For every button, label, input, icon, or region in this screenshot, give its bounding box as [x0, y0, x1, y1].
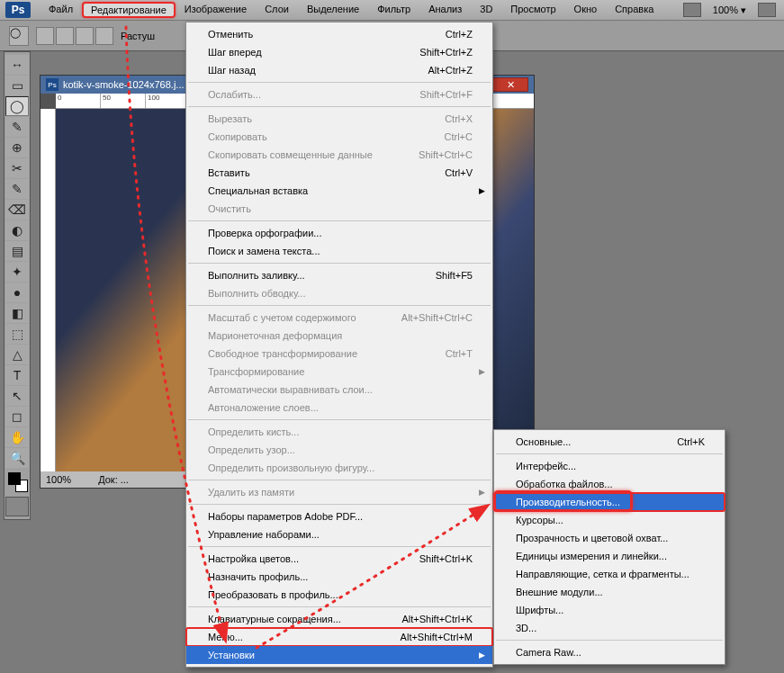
menu-item[interactable]: Поиск и замена текста...: [186, 242, 492, 260]
menu-item[interactable]: 3D...: [494, 619, 725, 637]
menu-item[interactable]: Установки▶: [186, 646, 492, 664]
menu-item[interactable]: Camera Raw...: [494, 643, 725, 661]
menu-item[interactable]: Производительность...: [494, 493, 725, 511]
menu-item[interactable]: Выполнить заливку...Shift+F5: [186, 266, 492, 284]
quick-mask-toggle[interactable]: [5, 496, 30, 517]
tool-10[interactable]: ✦: [5, 262, 29, 282]
menu-item-label: Скопировать совмещенные данные: [208, 149, 373, 160]
menu-item[interactable]: Курсоры...: [494, 511, 725, 529]
menu-item-shortcut: Ctrl+C: [445, 131, 473, 142]
menu-item[interactable]: Интерфейс...: [494, 457, 725, 475]
menu-item-label: Внешние модули...: [516, 587, 603, 597]
tool-18[interactable]: ✋: [5, 427, 29, 447]
menu-файл[interactable]: Файл: [40, 2, 82, 18]
menu-item-shortcut: Shift+Ctrl+K: [419, 553, 473, 564]
tool-13[interactable]: ⬚: [5, 324, 29, 344]
menu-item[interactable]: Шаг впередShift+Ctrl+Z: [186, 43, 492, 61]
menu-item-label: Единицы измерения и линейки...: [516, 551, 667, 561]
menu-item[interactable]: Настройка цветов...Shift+Ctrl+K: [186, 550, 492, 568]
status-zoom[interactable]: 100%: [46, 474, 71, 485]
menu-item-label: Вырезать: [208, 113, 252, 124]
menu-item[interactable]: Наборы параметров Adobe PDF...: [186, 507, 492, 525]
menu-item-label: Установки: [208, 650, 255, 660]
menu-item[interactable]: Управление наборами...: [186, 525, 492, 543]
menu-item[interactable]: Внешние модули...: [494, 583, 725, 601]
tool-5[interactable]: ✂: [5, 158, 29, 178]
menu-item[interactable]: ВставитьCtrl+V: [186, 164, 492, 182]
tool-1[interactable]: ▭: [5, 76, 29, 95]
menu-item: Определить произвольную фигуру...: [186, 459, 492, 477]
workspace-icon[interactable]: [683, 3, 701, 17]
menu-item[interactable]: Единицы измерения и линейки...: [494, 547, 725, 565]
feather-label: Растуш: [121, 31, 155, 41]
menu-item-label: Интерфейс...: [516, 461, 576, 471]
menu-item[interactable]: Шрифты...: [494, 601, 725, 619]
menu-3d[interactable]: 3D: [471, 2, 501, 18]
menu-item: Марионеточная деформация: [186, 327, 492, 345]
menu-редактирование[interactable]: Редактирование: [82, 2, 176, 18]
menu-item[interactable]: Клавиатурные сокращения...Alt+Shift+Ctrl…: [186, 610, 492, 628]
menu-item-label: Camera Raw...: [516, 647, 581, 658]
menu-item: Очистить: [186, 200, 492, 218]
menu-просмотр[interactable]: Просмотр: [501, 2, 564, 18]
tool-15[interactable]: T: [5, 365, 29, 385]
tool-preset-icon[interactable]: ◯: [9, 26, 29, 46]
status-doc-info[interactable]: Док: ...: [98, 474, 129, 485]
document-icon: Ps: [46, 78, 59, 91]
tool-0[interactable]: ↔: [5, 55, 29, 75]
menu-item[interactable]: Прозрачность и цветовой охват...: [494, 529, 725, 547]
tool-2[interactable]: ◯: [5, 96, 29, 116]
menu-слои[interactable]: Слои: [256, 2, 298, 18]
tool-6[interactable]: ✎: [5, 179, 29, 199]
menu-item-label: Основные...: [516, 436, 571, 447]
menu-изображение[interactable]: Изображение: [176, 2, 256, 18]
menu-item[interactable]: ОтменитьCtrl+Z: [186, 25, 492, 43]
menu-item-label: Поиск и замена текста...: [208, 246, 320, 256]
selection-mode-add-icon[interactable]: [56, 27, 74, 45]
menu-item-shortcut: Ctrl+K: [677, 436, 705, 447]
menu-выделение[interactable]: Выделение: [298, 2, 368, 18]
menu-item-label: Прозрачность и цветовой охват...: [516, 533, 668, 543]
color-swatches[interactable]: [5, 469, 30, 496]
tool-12[interactable]: ◧: [5, 303, 29, 323]
selection-mode-new-icon[interactable]: [36, 27, 54, 45]
tool-19[interactable]: 🔍: [5, 448, 29, 468]
menu-item-label: Шаг назад: [208, 65, 256, 76]
menu-анализ[interactable]: Анализ: [419, 2, 471, 18]
menu-item[interactable]: Основные...Ctrl+K: [494, 433, 725, 451]
menu-item: Свободное трансформированиеCtrl+T: [186, 345, 492, 363]
menu-item[interactable]: Назначить профиль...: [186, 568, 492, 586]
tool-9[interactable]: ▤: [5, 241, 29, 261]
menu-item[interactable]: Обработка файлов...: [494, 475, 725, 493]
tool-17[interactable]: ◻: [5, 407, 29, 426]
menu-item[interactable]: Шаг назадAlt+Ctrl+Z: [186, 61, 492, 79]
close-button[interactable]: ✕: [492, 77, 528, 92]
menu-item: Трансформирование▶: [186, 363, 492, 381]
menu-item[interactable]: Меню...Alt+Shift+Ctrl+M: [186, 628, 492, 646]
menu-item-label: Ослабить...: [208, 89, 261, 100]
menu-item[interactable]: Преобразовать в профиль...: [186, 586, 492, 604]
tool-16[interactable]: ↖: [5, 386, 29, 406]
menu-item-shortcut: Shift+Ctrl+Z: [419, 47, 473, 58]
ruler-vertical[interactable]: [41, 109, 56, 471]
zoom-display[interactable]: 100% ▾: [704, 4, 755, 16]
menu-справка[interactable]: Справка: [606, 2, 662, 18]
tool-11[interactable]: ●: [5, 283, 29, 302]
foreground-color[interactable]: [8, 472, 21, 485]
selection-mode-intersect-icon[interactable]: [95, 27, 113, 45]
menu-фильтр[interactable]: Фильтр: [368, 2, 419, 18]
tool-7[interactable]: ⌫: [5, 200, 29, 220]
menu-item[interactable]: Специальная вставка▶: [186, 182, 492, 200]
tool-8[interactable]: ◐: [5, 220, 29, 240]
tool-4[interactable]: ⊕: [5, 138, 29, 157]
screen-mode-icon[interactable]: [758, 3, 776, 17]
menu-окно[interactable]: Окно: [565, 2, 607, 18]
tool-14[interactable]: △: [5, 345, 29, 364]
menu-item[interactable]: Направляющие, сетка и фрагменты...: [494, 565, 725, 583]
menu-item-shortcut: Ctrl+V: [445, 167, 473, 178]
menu-item-label: Производительность...: [516, 497, 620, 507]
menu-item[interactable]: Проверка орфографии...: [186, 224, 492, 242]
menu-item: Определить кисть...: [186, 423, 492, 441]
selection-mode-subtract-icon[interactable]: [76, 27, 94, 45]
tool-3[interactable]: ✎: [5, 117, 29, 137]
